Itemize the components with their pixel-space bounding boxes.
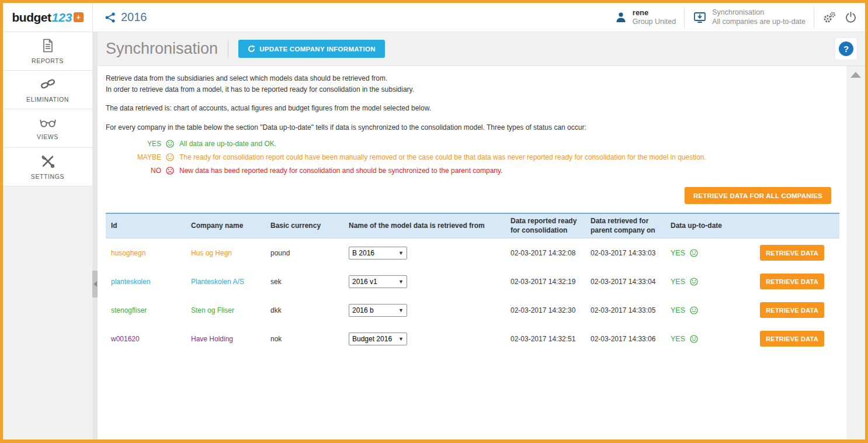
- column-header-reported: Data reported ready for consolidation: [511, 217, 591, 235]
- model-select[interactable]: 2016 b ▼: [349, 304, 407, 317]
- report-document-icon: [42, 39, 54, 53]
- logo[interactable]: budget123+: [3, 3, 93, 32]
- sidebar-item-label: REPORTS: [32, 57, 64, 64]
- chevron-down-icon: ▼: [398, 250, 404, 256]
- company-name[interactable]: Sten og Fliser: [191, 306, 270, 314]
- chevron-down-icon: ▼: [398, 307, 404, 313]
- tools-icon: [41, 154, 55, 168]
- sidebar-item-label: VIEWS: [37, 133, 58, 140]
- chain-link-icon: [40, 77, 55, 91]
- sidebar-item-settings[interactable]: SETTINGS: [3, 148, 92, 186]
- logo-word: budget: [12, 11, 51, 25]
- settings-gear-icon[interactable]: [822, 11, 836, 24]
- user-name: rene: [633, 8, 676, 18]
- legend-text-yes: All data are up-to-date and OK.: [179, 140, 276, 148]
- data-up-to-date-status: YES: [671, 249, 754, 257]
- basic-currency: nok: [270, 335, 349, 343]
- retrieve-data-button[interactable]: RETRIEVE DATA: [760, 274, 824, 289]
- divider: [228, 40, 228, 58]
- chevron-left-icon: [93, 281, 97, 287]
- top-bar: budget123+ 2016 rene Group United: [3, 3, 865, 32]
- smiley-happy-icon: [690, 306, 698, 314]
- company-name[interactable]: Planteskolen A/S: [191, 278, 270, 286]
- retrieve-data-all-companies-button[interactable]: RETRIEVE DATA FOR ALL COMPANIES: [685, 187, 831, 204]
- company-name[interactable]: Hus og Hegn: [191, 249, 270, 257]
- legend-label-maybe: MAYBE: [106, 153, 161, 161]
- user-menu[interactable]: rene Group United: [614, 8, 676, 27]
- help-button[interactable]: ?: [835, 38, 857, 60]
- sidebar-item-views[interactable]: VIEWS: [3, 109, 92, 148]
- sidebar-item-reports[interactable]: REPORTS: [3, 32, 92, 71]
- intro-paragraph-3: For every company in the table below the…: [106, 122, 846, 133]
- data-up-to-date-status: YES: [671, 306, 754, 314]
- legend-row-no: NO New data has beed reported ready for …: [106, 167, 846, 175]
- user-company: Group United: [633, 18, 676, 27]
- scrollbar-track[interactable]: [846, 66, 865, 439]
- sidebar-background: [3, 186, 92, 439]
- data-up-to-date-status: YES: [671, 335, 754, 343]
- column-header-basic-currency: Basic currency: [270, 222, 349, 231]
- hierarchy-share-icon[interactable]: [105, 12, 116, 23]
- column-header-retrieved: Data retrieved for parent company on: [591, 217, 671, 235]
- company-id[interactable]: planteskolen: [111, 278, 191, 286]
- sidebar-collapse-handle[interactable]: [92, 271, 98, 297]
- sidebar-item-elimination[interactable]: ELIMINATION: [3, 71, 92, 109]
- sidebar: REPORTS ELIMINATION: [3, 32, 92, 439]
- power-logout-icon[interactable]: [845, 11, 857, 23]
- table-row: husoghegn Hus og Hegn pound B 2016 ▼ 02-…: [106, 238, 839, 267]
- basic-currency: sek: [270, 278, 349, 286]
- retrieved-timestamp: 02-03-2017 14:33:06: [591, 335, 671, 343]
- status-legend: YES All data are up-to-date and OK.: [106, 140, 846, 175]
- table-row: w001620 Have Holding nok Budget 2016 ▼ 0…: [106, 324, 839, 353]
- retrieve-data-button[interactable]: RETRIEVE DATA: [760, 245, 824, 261]
- legend-text-maybe: The ready for consolidation report could…: [179, 153, 706, 161]
- chevron-down-icon: ▼: [398, 336, 404, 342]
- table-row: stenogfliser Sten og Fliser dkk 2016 b ▼…: [106, 296, 839, 324]
- intro-paragraph-1: Retrieve data from the subsidiaries and …: [106, 73, 846, 95]
- legend-row-maybe: MAYBE The ready for consolidation report…: [106, 153, 846, 161]
- sync-status-widget[interactable]: Synchronisation All companies are up-to-…: [693, 8, 805, 26]
- legend-label-no: NO: [106, 167, 161, 175]
- question-mark-icon: ?: [839, 41, 853, 56]
- model-select-value: 2016 b: [352, 306, 396, 314]
- update-company-information-button[interactable]: UPDATE COMPANY INFORMATION: [238, 40, 385, 58]
- model-select[interactable]: 2016 v1 ▼: [349, 275, 407, 288]
- companies-table: Id Company name Basic currency Name of t…: [106, 213, 839, 353]
- sidebar-collapse-track: [92, 32, 98, 439]
- model-select-value: Budget 2016: [352, 335, 396, 343]
- sync-download-icon: [693, 11, 707, 25]
- company-id[interactable]: husoghegn: [111, 249, 191, 257]
- company-name[interactable]: Have Holding: [191, 335, 270, 343]
- smiley-happy-icon: [690, 335, 698, 343]
- retrieved-timestamp: 02-03-2017 14:33:05: [591, 306, 671, 314]
- smiley-sad-icon: [166, 167, 174, 175]
- sync-status-text: All companies are up-to-date: [712, 18, 805, 27]
- column-header-id: Id: [111, 222, 191, 231]
- company-id[interactable]: stenogfliser: [111, 306, 191, 314]
- column-header-up-to-date: Data up-to-date: [671, 222, 754, 231]
- page-title: Synchronisation: [106, 40, 218, 58]
- retrieve-data-button[interactable]: RETRIEVE DATA: [760, 302, 824, 318]
- page-header: Synchronisation UPDATE COMPANY INFORMATI…: [98, 32, 865, 66]
- divider: [684, 8, 685, 27]
- legend-label-yes: YES: [106, 140, 161, 148]
- sidebar-item-label: ELIMINATION: [26, 96, 69, 103]
- intro-paragraph-2: The data retrieved is: chart of accounts…: [106, 103, 846, 114]
- reported-timestamp: 02-03-2017 14:32:08: [511, 249, 591, 257]
- company-id[interactable]: w001620: [111, 335, 191, 343]
- retrieved-timestamp: 02-03-2017 14:33:03: [591, 249, 671, 257]
- smiley-happy-icon: [690, 249, 698, 257]
- period-label[interactable]: 2016: [121, 11, 147, 24]
- status-label: YES: [671, 249, 685, 257]
- model-select[interactable]: Budget 2016 ▼: [349, 333, 407, 345]
- retrieve-data-button[interactable]: RETRIEVE DATA: [760, 331, 824, 347]
- table-row: planteskolen Planteskolen A/S sek 2016 v…: [106, 267, 839, 296]
- sync-title: Synchronisation: [712, 8, 805, 18]
- column-header-model: Name of the model data is retrieved from: [349, 222, 511, 231]
- model-select[interactable]: B 2016 ▼: [349, 247, 407, 259]
- reported-timestamp: 02-03-2017 14:32:51: [511, 335, 591, 343]
- smiley-neutral-icon: [166, 153, 174, 161]
- retrieved-timestamp: 02-03-2017 14:33:04: [591, 278, 671, 286]
- scroll-up-arrow-icon[interactable]: [850, 72, 861, 78]
- logo-plus-icon: +: [74, 12, 84, 22]
